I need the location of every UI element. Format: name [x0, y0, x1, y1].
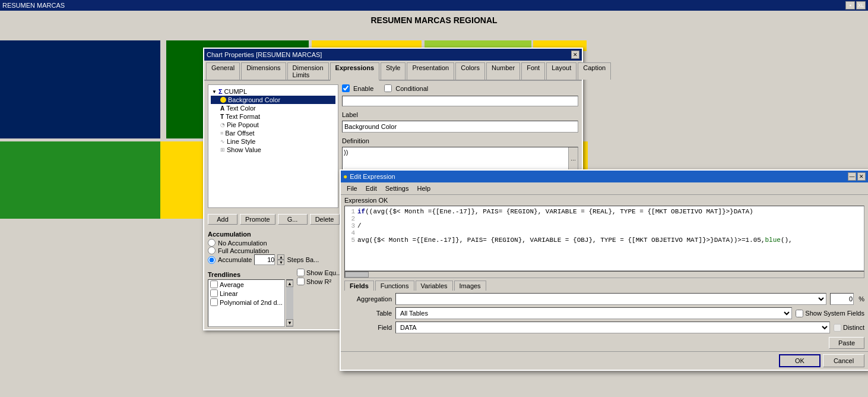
bottom-tab-fields[interactable]: Fields [344, 281, 374, 291]
line-code-5: avg({$< Month ={[Ene.-17]}, PAIS= {REGIO… [357, 237, 793, 244]
show-r2-checkbox[interactable] [297, 278, 305, 285]
bar-dark-blue-mid [0, 52, 160, 130]
edit-expr-close-btn[interactable]: ✕ [857, 172, 866, 181]
expression-editor[interactable]: 1 if((avg({$< Month ={[Ene.-17]}, PAIS= … [344, 206, 864, 271]
menu-settings[interactable]: Settings [382, 184, 413, 193]
promote-button[interactable]: Promote [240, 214, 275, 225]
polynomial-checkbox[interactable] [210, 298, 218, 306]
enable-checkbox[interactable] [342, 84, 350, 92]
tree-item-line-style[interactable]: ∿ Line Style [211, 137, 335, 146]
show-equation-row: Show Equ... [297, 269, 341, 276]
definition-text: )) [344, 149, 348, 156]
definition-browse-btn[interactable]: … [568, 147, 578, 170]
tab-caption[interactable]: Caption [578, 62, 611, 80]
average-label: Average [220, 281, 244, 288]
bar-icon: ≡ [220, 130, 223, 136]
tab-dimension-limits[interactable]: Dimension Limits [287, 62, 329, 80]
edit-expr-minimize-btn[interactable]: — [848, 172, 856, 181]
line-num-2: 2 [347, 215, 355, 222]
show-system-fields-checkbox[interactable] [796, 310, 803, 317]
steps-up-btn[interactable]: ▲ [277, 254, 284, 260]
chart-props-close-btn[interactable]: ✕ [571, 51, 579, 59]
menu-help[interactable]: Help [413, 184, 434, 193]
bottom-tab-functions[interactable]: Functions [375, 281, 414, 291]
tree-item-text-format[interactable]: T Text Format [211, 112, 335, 121]
tab-presentation[interactable]: Presentation [407, 62, 454, 80]
minimize-btn[interactable]: ▪ [845, 1, 855, 10]
line-num-5: 5 [347, 237, 355, 244]
label-field-label: Label [342, 111, 578, 118]
tree-item-text-color[interactable]: A Text Color [211, 104, 335, 112]
conditional-checkbox[interactable] [384, 84, 392, 92]
expr-line-2: 2 [347, 215, 862, 222]
add-button[interactable]: Add [208, 214, 237, 225]
trendlines-title: Trendlines [208, 271, 293, 278]
average-checkbox[interactable] [210, 281, 218, 288]
color-preview [342, 96, 578, 106]
steps-down-btn[interactable]: ▼ [277, 260, 284, 265]
linear-label: Linear [220, 290, 238, 297]
show-system-fields-label: Show System Fields [796, 310, 864, 317]
title-bar-buttons: ▪ XL [845, 1, 866, 10]
tab-number[interactable]: Number [486, 62, 520, 80]
paste-button[interactable]: Paste [829, 337, 864, 349]
field-select[interactable]: DATA [395, 322, 830, 333]
aggregation-select[interactable] [395, 293, 826, 305]
ok-button[interactable]: OK [779, 354, 821, 367]
tree-expand-icon: ▼ [212, 89, 217, 94]
label-input[interactable] [342, 121, 578, 133]
accumulate-radio[interactable] [208, 256, 216, 264]
tree-item-pie-popout[interactable]: ◔ Pie Popout [211, 121, 335, 129]
trend-polynomial[interactable]: Polynomial of 2nd d... [208, 298, 284, 307]
full-accumulation-radio[interactable] [208, 247, 216, 254]
expr-line-3: 3 / [347, 222, 862, 229]
show-icon: ⊞ [220, 147, 225, 153]
tab-expressions[interactable]: Expressions [330, 62, 379, 81]
bg-color-icon [220, 97, 226, 103]
linear-checkbox[interactable] [210, 289, 218, 297]
g-button[interactable]: G... [278, 214, 308, 225]
tree-root-cumpl[interactable]: ▼ Σ CUMPL [211, 87, 335, 96]
tree-item-background-color[interactable]: Background Color [211, 96, 335, 104]
trend-linear[interactable]: Linear [208, 289, 284, 298]
definition-field-label: Definition [342, 137, 578, 144]
conditional-label: Conditional [395, 85, 428, 92]
cancel-button[interactable]: Cancel [823, 354, 864, 367]
tree-item-bar-offset[interactable]: ≡ Bar Offset [211, 129, 335, 137]
table-row: Table All Tables Show System Fields [344, 307, 864, 319]
tab-font[interactable]: Font [521, 62, 545, 80]
menu-file[interactable]: File [343, 184, 361, 193]
tree-item-show-value[interactable]: ⊞ Show Value [211, 146, 335, 154]
scrollbar-thumb [345, 272, 369, 278]
no-accumulation-radio[interactable] [208, 239, 216, 247]
expr-footer: OK Cancel [341, 351, 868, 370]
tree-item-label-ls: Line Style [227, 138, 255, 145]
tree-item-label-tf: Text Format [226, 113, 260, 120]
tree-item-label-bo: Bar Offset [225, 130, 254, 137]
scroll-down-btn[interactable]: ▼ [286, 319, 293, 326]
scroll-up-btn[interactable]: ▲ [286, 280, 293, 287]
app-title-bar: RESUMEN MARCAS ▪ XL [0, 0, 868, 11]
delete-button[interactable]: Delete [310, 214, 340, 225]
aggregation-number[interactable] [830, 293, 854, 305]
distinct-checkbox[interactable] [834, 324, 841, 332]
show-equation-label: Show Equ... [306, 269, 341, 276]
menu-edit[interactable]: Edit [362, 184, 381, 193]
bottom-tab-images[interactable]: Images [454, 281, 486, 291]
trend-average[interactable]: Average [208, 280, 284, 289]
expr-line-5: 5 avg({$< Month ={[Ene.-17]}, PAIS= {REG… [347, 237, 862, 244]
bottom-tab-variables[interactable]: Variables [416, 281, 453, 291]
table-select[interactable]: All Tables [395, 307, 792, 319]
maximize-btn[interactable]: XL [856, 1, 866, 10]
aggregation-label: Aggregation [344, 295, 392, 303]
tab-dimensions[interactable]: Dimensions [241, 62, 286, 80]
show-equation-checkbox[interactable] [297, 269, 305, 276]
field-row: Field DATA Distinct [344, 322, 864, 333]
tab-layout[interactable]: Layout [546, 62, 576, 80]
bar-green-overlay [0, 141, 160, 219]
tab-colors[interactable]: Colors [455, 62, 485, 80]
tab-general[interactable]: General [206, 62, 240, 80]
expr-horizontal-scrollbar[interactable] [344, 271, 864, 278]
steps-input[interactable] [254, 254, 275, 265]
tab-style[interactable]: Style [381, 62, 406, 80]
